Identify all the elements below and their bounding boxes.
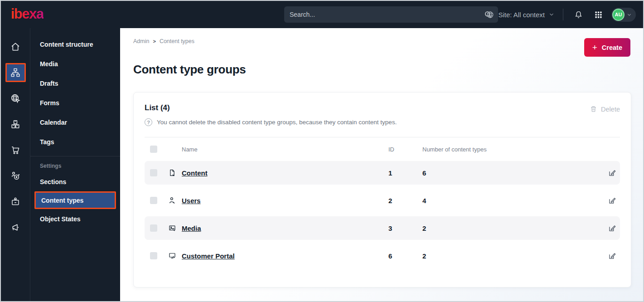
bell-icon [574,10,583,19]
sidebar-item-tags[interactable]: Tags [30,132,120,151]
breadcrumb-admin[interactable]: Admin [133,38,149,44]
rail-item-campaign[interactable] [5,218,26,237]
user-edit-icon [168,196,182,205]
row-checkbox[interactable] [150,197,157,204]
row-checkbox[interactable] [150,252,157,259]
delete-button[interactable]: Delete [590,105,620,113]
breadcrumb: Admin > Content types [133,38,194,44]
row-checkbox[interactable] [150,169,157,176]
plus-icon: + [592,43,597,52]
group-count: 2 [422,224,604,232]
app-grid-icon [594,10,603,19]
icon-rail [1,28,30,301]
column-header-id: ID [388,146,422,153]
delete-button-label: Delete [601,106,620,113]
sidebar-item-content-structure[interactable]: Content structure [30,34,120,54]
home-icon [10,41,21,52]
group-link-users[interactable]: Users [182,197,201,205]
sidebar-section-settings: Settings [30,159,120,172]
rail-item-product-catalog[interactable] [5,115,26,134]
group-link-content[interactable]: Content [182,169,208,177]
table-row: Users 2 4 [145,189,620,212]
create-button-label: Create [602,44,622,51]
trash-icon [590,105,597,113]
group-id: 2 [388,197,422,205]
rail-item-content[interactable] [5,63,26,82]
info-message: ? You cannot delete the disabled content… [145,118,620,126]
sidebar-item-content-types[interactable]: Content types [34,191,116,209]
edit-group-button[interactable] [604,169,620,177]
list-count-title: List (4) [145,103,170,112]
table-row: Media 3 2 [145,216,620,240]
table-row: Content 1 6 [145,161,620,185]
user-menu[interactable]: AU [611,8,636,22]
app-window: ibexa Site: All context [0,0,644,302]
top-bar: ibexa Site: All context [1,1,643,28]
avatar: AU [612,9,625,21]
globe-icon [486,10,494,19]
group-count: 2 [422,252,604,260]
site-context-selector[interactable]: Site: All context [486,10,555,19]
sidebar-item-drafts[interactable]: Drafts [30,73,120,93]
badge-icon [10,196,21,207]
edit-group-button[interactable] [604,224,620,233]
sidebar-item-object-states[interactable]: Object States [30,209,120,229]
main-content: Admin > Content types + Create Content t… [120,28,643,301]
table-row: Customer Portal 6 2 [145,244,620,268]
notifications-button[interactable] [571,8,585,21]
select-all-checkbox[interactable] [150,146,157,153]
edit-group-button[interactable] [604,196,620,205]
sidebar-item-forms[interactable]: Forms [30,93,120,112]
breadcrumb-content-types: Content types [160,38,194,44]
rail-item-admin[interactable] [5,192,26,211]
help-icon: ? [145,118,152,126]
rail-item-site[interactable] [5,89,26,108]
rail-item-dashboard[interactable] [5,37,26,56]
boxes-icon [10,119,21,130]
edit-group-button[interactable] [604,252,620,260]
topbar-right-cluster: Site: All context [486,1,636,28]
rail-item-personalization[interactable] [5,166,26,185]
ibexa-logo: ibexa [11,5,44,23]
chevron-down-icon [548,11,555,18]
search-input[interactable] [290,11,484,18]
group-link-media[interactable]: Media [182,224,201,232]
info-text: You cannot delete the disabled content t… [157,119,397,126]
group-id: 3 [388,224,422,232]
site-context-label: Site: All context [498,11,545,19]
cart-icon [10,145,21,156]
image-edit-icon [168,224,182,232]
page-title: Content type groups [133,63,246,77]
create-button[interactable]: + Create [584,38,630,57]
sidebar-item-media[interactable]: Media [30,54,120,73]
global-search[interactable] [284,6,498,23]
group-count: 6 [422,169,604,177]
content-type-groups-card: List (4) Delete ? You cannot delete t [133,92,631,287]
table-header: Name ID Number of content types [145,137,620,161]
file-edit-icon [168,169,182,177]
megaphone-icon [10,222,21,233]
menu-divider [30,156,120,156]
rail-item-commerce[interactable] [5,141,26,160]
topbar-divider [563,9,563,20]
row-checkbox[interactable] [150,224,157,232]
sidebar-item-sections[interactable]: Sections [30,172,120,191]
column-header-name: Name [182,146,388,153]
group-id: 1 [388,169,422,177]
group-count: 4 [422,197,604,205]
breadcrumb-separator: > [153,39,155,44]
sidebar-menu: Content structure Media Drafts Forms Cal… [30,28,120,301]
globe-pointer-icon [10,93,21,104]
monitor-edit-icon [168,252,182,260]
person-target-icon [10,170,21,181]
column-header-count: Number of content types [422,146,604,153]
chevron-down-icon [626,12,632,18]
group-link-customer-portal[interactable]: Customer Portal [182,252,235,260]
app-launcher-button[interactable] [591,8,605,21]
group-id: 6 [388,252,422,260]
sidebar-item-calendar[interactable]: Calendar [30,112,120,132]
sitemap-icon [10,67,21,78]
